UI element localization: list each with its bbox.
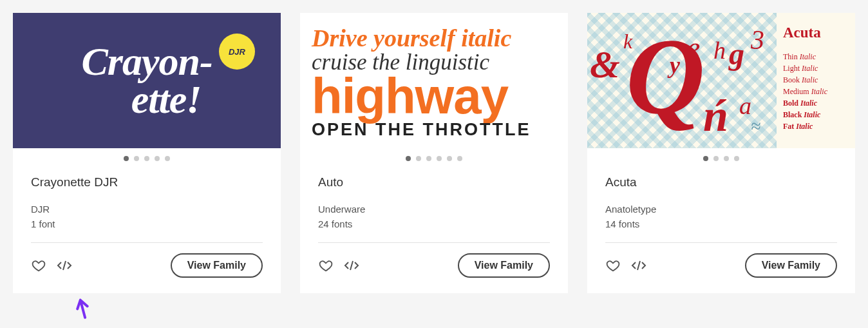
weight-list: Acuta Thin ItalicLight ItalicBook Italic…	[777, 13, 855, 148]
weight-item: Thin Italic	[783, 51, 849, 63]
carousel-dot[interactable]	[124, 156, 129, 161]
carousel-dot[interactable]	[703, 156, 708, 161]
favorite-icon[interactable]	[605, 258, 621, 273]
weight-item: Light Italic	[783, 63, 849, 74]
foundry-name[interactable]: DJR	[31, 204, 263, 215]
carousel-dot[interactable]	[713, 156, 719, 161]
weight-item: Medium Italic	[783, 86, 849, 97]
glyph: h	[713, 36, 726, 64]
font-name[interactable]: Auto	[318, 175, 550, 189]
preview-line: Drive yourself italic	[312, 26, 556, 50]
carousel-dots	[300, 148, 568, 164]
weight-item: Bold Italic	[783, 97, 849, 109]
favorite-icon[interactable]	[31, 258, 46, 273]
divider	[31, 242, 263, 243]
code-icon[interactable]	[631, 258, 646, 273]
carousel-dots	[13, 148, 281, 164]
glyph: ń	[703, 90, 728, 142]
glyph: g	[729, 36, 744, 72]
font-preview[interactable]: Crayon- ette! DJR	[13, 13, 281, 148]
carousel-dot[interactable]	[724, 156, 729, 161]
font-name[interactable]: Crayonette DJR	[31, 175, 263, 189]
font-name[interactable]: Acuta	[605, 175, 837, 189]
font-info: Acuta Anatoletype 14 fonts View Family	[587, 164, 855, 293]
carousel-dot[interactable]	[457, 156, 462, 161]
preview-line: highway	[312, 75, 556, 117]
divider	[605, 242, 837, 243]
weight-item: Black Italic	[783, 109, 849, 121]
code-icon[interactable]	[57, 258, 72, 273]
carousel-dot[interactable]	[734, 156, 739, 161]
preview-text: Crayon- ette!	[75, 43, 218, 119]
glyph: &	[590, 43, 620, 87]
font-count: 1 font	[31, 218, 263, 229]
card-actions: View Family	[31, 253, 263, 278]
font-card: Drive yourself italic cruise the linguis…	[300, 13, 568, 293]
glyph: a	[739, 92, 751, 120]
carousel-dot[interactable]	[155, 156, 160, 161]
code-icon[interactable]	[344, 258, 359, 273]
carousel-dots	[587, 148, 855, 164]
carousel-dot[interactable]	[416, 156, 421, 161]
font-preview[interactable]: & k y e h g 3 Q ń a ≈ Acuta Thin ItalicL…	[587, 13, 855, 148]
glyph-area: & k y e h g 3 Q ń a ≈	[587, 13, 777, 148]
preview-title: Acuta	[783, 22, 849, 44]
carousel-dot[interactable]	[144, 156, 149, 161]
carousel-dot[interactable]	[437, 156, 442, 161]
foundry-name[interactable]: Anatoletype	[605, 204, 837, 215]
font-count: 14 fonts	[605, 218, 837, 229]
cursor-arrow-icon	[72, 298, 95, 327]
view-family-button[interactable]: View Family	[171, 253, 263, 278]
carousel-dot[interactable]	[447, 156, 452, 161]
view-family-button[interactable]: View Family	[745, 253, 837, 278]
font-info: Crayonette DJR DJR 1 font View Family	[13, 164, 281, 293]
favorite-icon[interactable]	[318, 258, 334, 273]
font-preview[interactable]: Drive yourself italic cruise the linguis…	[300, 13, 568, 148]
divider	[318, 242, 550, 243]
glyph: 3	[751, 24, 764, 55]
carousel-dot[interactable]	[165, 156, 170, 161]
carousel-dot[interactable]	[426, 156, 431, 161]
foundry-badge: DJR	[219, 34, 255, 70]
glyph-q: Q	[626, 39, 705, 115]
foundry-name[interactable]: Underware	[318, 204, 550, 215]
font-count: 24 fonts	[318, 218, 550, 229]
preview-line: OPEN THE THROTTLE	[312, 121, 556, 140]
card-actions: View Family	[318, 253, 550, 278]
glyph: ≈	[751, 116, 760, 137]
font-cards-grid: Crayon- ette! DJR Crayonette DJR DJR 1 f…	[13, 13, 855, 293]
font-card: Crayon- ette! DJR Crayonette DJR DJR 1 f…	[13, 13, 281, 293]
weight-item: Fat Italic	[783, 121, 849, 132]
card-actions: View Family	[605, 253, 837, 278]
view-family-button[interactable]: View Family	[458, 253, 550, 278]
font-info: Auto Underware 24 fonts View Family	[300, 164, 568, 293]
carousel-dot[interactable]	[134, 156, 139, 161]
weight-item: Book Italic	[783, 74, 849, 86]
font-card: & k y e h g 3 Q ń a ≈ Acuta Thin ItalicL…	[587, 13, 855, 293]
carousel-dot[interactable]	[406, 156, 411, 161]
